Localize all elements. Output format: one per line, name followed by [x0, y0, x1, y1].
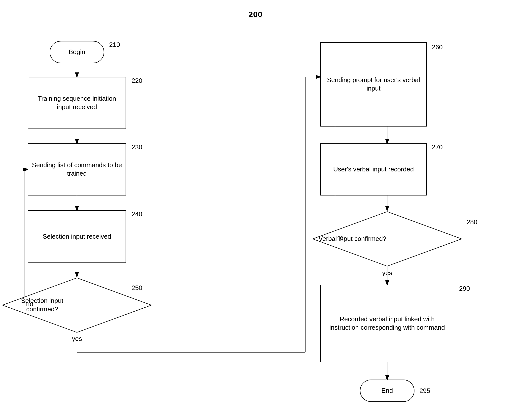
step230-node: Sending list of commands to be trained [28, 143, 126, 195]
step270-label: User's verbal input recorded [333, 165, 414, 174]
step240-node: Selection input received [28, 210, 126, 263]
step220-ref: 220 [132, 77, 142, 85]
step280-ref: 280 [467, 218, 477, 226]
step240-label: Selection input received [43, 232, 111, 241]
diagram-title: 200 [0, 0, 511, 19]
step270-node: User's verbal input recorded [320, 143, 427, 195]
step260-node: Sending prompt for user's verbal input [320, 42, 427, 127]
step290-label: Recorded verbal input linked with instru… [324, 315, 450, 332]
step290-node: Recorded verbal input linked with instru… [320, 285, 454, 362]
step260-label: Sending prompt for user's verbal input [324, 76, 423, 93]
yes-label-280: yes [382, 269, 392, 277]
end-node: End [360, 380, 414, 402]
step220-node: Training sequence initiation input recei… [28, 77, 126, 129]
step230-ref: 230 [132, 143, 142, 151]
step220-label: Training sequence initiation input recei… [32, 95, 122, 111]
step270-ref: 270 [432, 143, 443, 151]
no-label-250: no [26, 300, 33, 308]
yes-label-250: yes [72, 335, 82, 343]
step280-node: Verbal input confirmed? [310, 210, 464, 267]
svg-marker-20 [313, 212, 462, 266]
end-label: End [381, 387, 393, 395]
step250-ref: 250 [132, 284, 142, 292]
step260-ref: 260 [432, 43, 443, 51]
step240-ref: 240 [132, 210, 142, 218]
begin-node: Begin [50, 41, 104, 63]
step250-node: Selection input confirmed? [0, 277, 154, 334]
step290-ref: 290 [459, 285, 470, 292]
step230-label: Sending list of commands to be trained [32, 161, 122, 178]
end-ref: 295 [419, 387, 430, 395]
svg-marker-19 [2, 278, 151, 332]
no-label-280: no [336, 234, 343, 242]
begin-label: Begin [69, 48, 85, 56]
begin-ref: 210 [109, 41, 120, 49]
